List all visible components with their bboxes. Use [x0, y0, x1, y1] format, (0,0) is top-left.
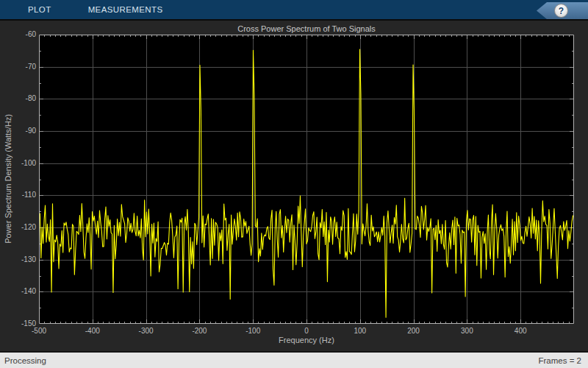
y-tick-label: -90 [0, 127, 36, 135]
x-tick-label: 300 [461, 327, 473, 335]
y-tick-label: -100 [0, 159, 36, 167]
tab-plot[interactable]: PLOT [28, 5, 51, 14]
x-tick-label: 200 [407, 327, 420, 335]
spectrum-plot-canvas[interactable] [39, 35, 574, 324]
x-tick-label: -100 [245, 327, 260, 335]
x-tick-label: 100 [354, 327, 366, 335]
y-tick-label: -60 [0, 30, 36, 38]
tab-measurements[interactable]: MEASUREMENTS [88, 5, 163, 14]
y-tick-label: -110 [0, 191, 36, 199]
x-tick-label: -500 [32, 327, 46, 335]
y-tick-label: -130 [0, 255, 36, 263]
x-tick-label: 0 [304, 327, 309, 335]
x-tick-label: -400 [85, 327, 100, 335]
toolbar: PLOT MEASUREMENTS ? [0, 0, 588, 21]
chart-title: Cross Power Spectrum of Two Signals [39, 24, 574, 33]
y-tick-label: -80 [0, 94, 36, 102]
help-chevron: ? [537, 2, 588, 19]
status-bar: Processing Frames = 2 [0, 351, 588, 368]
x-axis-label: Frequency (Hz) [39, 336, 574, 344]
figure-area: Cross Power Spectrum of Two Signals Freq… [0, 22, 588, 351]
frames-counter: Frames = 2 [539, 356, 588, 365]
status-message: Processing [0, 356, 46, 365]
question-mark-icon: ? [559, 7, 564, 15]
x-tick-label: -300 [139, 327, 154, 335]
y-tick-label: -70 [0, 63, 36, 71]
help-button[interactable]: ? [554, 4, 568, 18]
x-tick-label: 400 [514, 327, 527, 335]
y-tick-label: -120 [0, 223, 36, 231]
x-tick-label: -200 [192, 327, 207, 335]
y-tick-label: -150 [0, 319, 36, 328]
y-tick-label: -140 [0, 287, 36, 295]
spectrum-analyzer-window: PLOT MEASUREMENTS ? Cross Power Spectrum… [0, 0, 588, 368]
